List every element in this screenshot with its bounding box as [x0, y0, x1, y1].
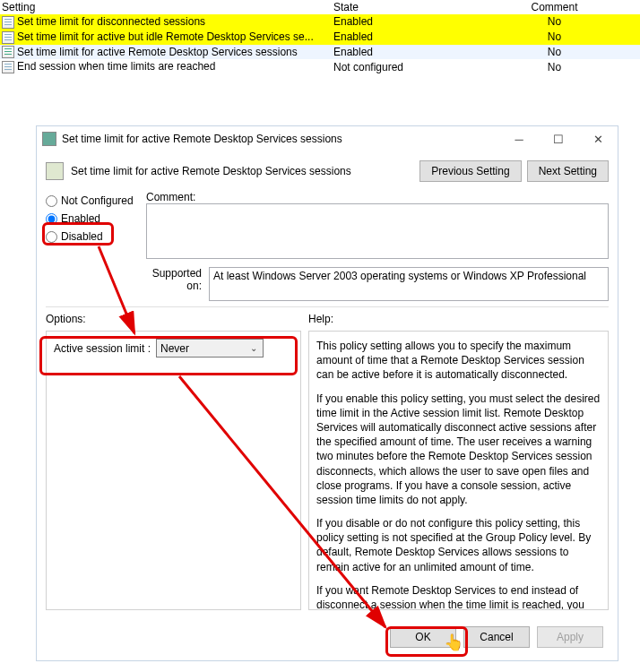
policy-large-icon	[46, 162, 64, 180]
minimize-button[interactable]	[499, 126, 539, 151]
supported-on-text: At least Windows Server 2003 operating s…	[209, 267, 609, 301]
table-row[interactable]: Set time limit for active but idle Remot…	[0, 30, 640, 45]
col-comment-header: Comment	[471, 0, 640, 14]
help-paragraph: If you disable or do not configure this …	[316, 516, 601, 574]
help-paragraph: If you enable this policy setting, you m…	[316, 392, 601, 508]
next-setting-button[interactable]: Next Setting	[527, 160, 609, 182]
table-row[interactable]: End session when time limits are reached…	[0, 59, 640, 74]
ok-button[interactable]: OK	[390, 626, 456, 648]
cancel-button[interactable]: Cancel	[463, 626, 530, 648]
policy-icon	[2, 31, 14, 44]
help-label: Help:	[308, 313, 609, 325]
radio-not-configured[interactable]: Not Configured	[46, 194, 146, 207]
previous-setting-button[interactable]: Previous Setting	[419, 160, 521, 182]
supported-on-label: Supported on:	[146, 267, 209, 301]
titlebar[interactable]: Set time limit for active Remote Desktop…	[37, 126, 618, 151]
policy-list: Setting State Comment Set time limit for…	[0, 0, 640, 74]
active-session-limit-select[interactable]: Never	[156, 339, 264, 358]
policy-icon	[2, 16, 14, 29]
maximize-button[interactable]	[539, 126, 578, 151]
col-setting-header: Setting	[0, 0, 332, 14]
dialog-heading: Set time limit for active Remote Desktop…	[71, 165, 351, 177]
apply-button[interactable]: Apply	[537, 626, 603, 648]
comment-label: Comment:	[146, 191, 609, 203]
col-state-header: State	[332, 0, 471, 14]
comment-textarea[interactable]	[146, 203, 609, 259]
policy-icon	[2, 46, 14, 58]
options-label: Options:	[46, 313, 301, 325]
window-title: Set time limit for active Remote Desktop…	[62, 133, 342, 145]
help-paragraph: This policy setting allows you to specif…	[316, 339, 601, 383]
policy-list-header: Setting State Comment	[0, 0, 640, 14]
help-panel[interactable]: This policy setting allows you to specif…	[308, 331, 609, 610]
radio-disabled[interactable]: Disabled	[46, 230, 146, 243]
active-session-limit-label: Active session limit :	[54, 342, 151, 355]
policy-icon	[2, 61, 14, 73]
app-icon	[42, 132, 56, 146]
help-paragraph: If you want Remote Desktop Services to e…	[316, 583, 601, 610]
close-button[interactable]	[578, 126, 618, 151]
table-row[interactable]: Set time limit for disconnected sessions…	[0, 14, 640, 30]
options-panel: Active session limit : Never	[46, 331, 301, 610]
radio-enabled[interactable]: Enabled	[46, 212, 146, 225]
policy-dialog: Set time limit for active Remote Desktop…	[36, 125, 618, 661]
table-row[interactable]: Set time limit for active Remote Desktop…	[0, 45, 640, 60]
state-radio-group: Not Configured Enabled Disabled	[46, 194, 146, 243]
